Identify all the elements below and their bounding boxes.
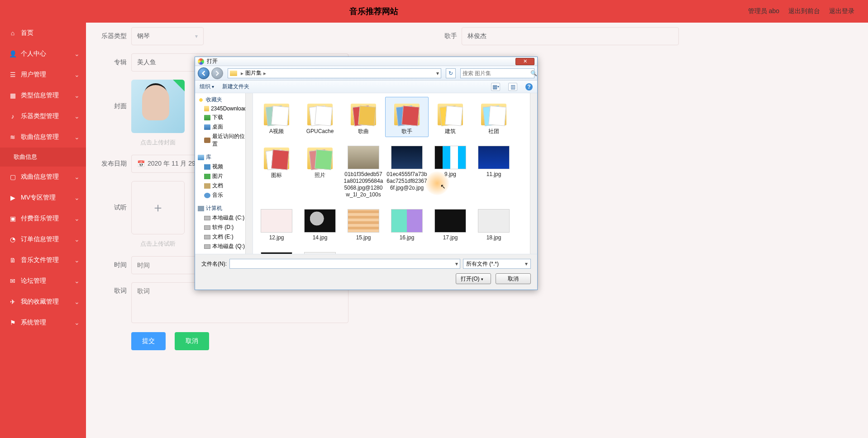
singer-input[interactable] [462,27,679,45]
label-album: 专辑 [100,58,127,67]
path-root[interactable]: 图片集 [245,69,262,77]
tree-item[interactable]: 软件 (D:) [195,223,253,232]
file-name: 歌曲 [358,128,369,135]
folder-item[interactable]: 歌曲 [342,97,385,137]
image-item[interactable]: 12.jpg [255,204,298,243]
tree-item[interactable]: 图片 [195,171,253,181]
image-item[interactable]: 17.jpg [429,204,472,243]
cover-thumbnail[interactable] [131,80,185,133]
folder-item[interactable]: 社团 [472,97,515,137]
to-frontend-link[interactable]: 退出到前台 [788,7,820,15]
tree-scrollbar[interactable] [245,93,253,254]
tree-item[interactable]: 本地磁盘 (C:) [195,213,253,223]
sidebar-item-flag[interactable]: ⚑ 系统管理⌄ [0,312,86,333]
file-name: 9.jpg [444,171,456,178]
refresh-button[interactable]: ↻ [446,68,456,78]
sidebar-item-forum[interactable]: ✉ 论坛管理⌄ [0,271,86,291]
path-separator: ▸ [241,70,243,76]
tree-group-head[interactable]: 库 [195,152,253,162]
image-thumbnail [478,209,510,233]
file-filter-value: 所有文件 (*.*) [466,260,499,268]
folder-item[interactable]: 歌手 [385,97,429,137]
filename-dropdown-icon[interactable]: ▾ [455,261,458,267]
sidebar-item-home[interactable]: ⌂ 首页 [0,23,86,43]
image-item[interactable]: 16.jpg [385,204,429,243]
sidebar-subitem[interactable]: 歌曲信息 [0,148,86,167]
organize-menu[interactable]: 组织 [200,83,214,90]
filename-input[interactable]: ▾ [229,259,460,269]
file-filter-select[interactable]: 所有文件 (*.*) ▾ [463,259,531,269]
image-item[interactable]: 18.jpg [472,204,515,243]
image-item[interactable] [298,247,342,254]
close-button[interactable]: ✕ [515,58,534,65]
tree-item[interactable]: 本地磁盘 (Q:) [195,242,253,251]
image-item[interactable]: 01ec4555f7a73b6ac7251df823676f.jpg@2o.jp… [385,141,429,200]
image-item[interactable]: 15.jpg [342,204,385,243]
sidebar-item-order[interactable]: ◔ 订单信息管理⌄ [0,229,86,250]
tree-item[interactable]: 文档 (E:) [195,232,253,242]
sidebar-item-opera[interactable]: ▢ 戏曲信息管理⌄ [0,167,86,187]
search-box[interactable]: 🔍 [460,68,534,78]
tree-item[interactable]: 下载 [195,113,253,122]
image-item[interactable]: 11.jpg [472,141,515,200]
dialog-titlebar[interactable]: 打开 ✕ [195,57,537,66]
filter-dropdown-icon[interactable]: ▾ [525,261,528,267]
sidebar-item-category[interactable]: ▦ 类型信息管理⌄ [0,85,86,106]
sidebar-item-instrument[interactable]: ♪ 乐器类型管理⌄ [0,106,86,127]
sidebar-item-song[interactable]: ≋ 歌曲信息管理⌄ [0,127,86,148]
sidebar-item-user[interactable]: 👤 个人中心⌄ [0,43,86,64]
folder-item[interactable]: 图标 [255,141,298,200]
tree-item[interactable]: 最近访问的位置 [195,132,253,149]
image-item[interactable]: 14.jpg [298,204,342,243]
folder-icon [433,99,467,126]
upload-audio-box[interactable]: ＋ [131,181,185,234]
folder-icon [230,71,237,76]
image-thumbnail [261,252,292,254]
image-item[interactable] [255,247,298,254]
instrument-select[interactable]: 钢琴 ▾ [131,27,204,45]
singer-field[interactable] [467,33,673,40]
tree-item[interactable]: 文档 [195,181,253,190]
image-thumbnail [434,209,466,233]
sidebar-item-file[interactable]: 🗎 音乐文件管理⌄ [0,250,86,271]
logout-link[interactable]: 退出登录 [829,7,854,15]
cancel-button[interactable]: 取消 [175,332,209,350]
folder-item[interactable]: 建筑 [429,97,472,137]
file-scrollbar[interactable] [530,93,537,254]
folder-tree[interactable]: 收藏夹2345Downloads下载桌面最近访问的位置库视频图片文档音乐计算机本… [195,93,253,254]
sidebar-item-users[interactable]: ☰ 用户管理⌄ [0,64,86,85]
submit-button[interactable]: 提交 [131,332,166,350]
path-bar[interactable]: ▸ 图片集 ▸ ▾ [228,68,441,78]
path-dropdown-icon[interactable]: ▾ [436,70,439,76]
sidebar-item-mv[interactable]: ▶ MV专区管理⌄ [0,187,86,208]
sidebar-item-star[interactable]: ✈ 我的收藏管理⌄ [0,291,86,312]
image-item[interactable]: 9.jpg [429,141,472,200]
folder-item[interactable]: A视频 [255,97,298,137]
file-list[interactable]: A视频 GPUCache 歌曲 歌手 建筑 社团 图标 照片 01b1f35de… [253,93,537,254]
dialog-open-button[interactable]: 打开(O) ▾ [456,273,491,284]
folder-item[interactable]: 照片 [298,141,342,200]
sidebar-item-paid[interactable]: ▣ 付费音乐管理⌄ [0,208,86,229]
preview-pane-button[interactable]: ▥ [508,83,517,91]
opera-icon: ▢ [9,173,16,181]
help-button[interactable]: ? [525,83,533,90]
admin-label[interactable]: 管理员 abo [748,7,779,15]
search-input[interactable] [463,70,530,76]
dialog-cancel-button[interactable]: 取消 [496,273,531,284]
back-button[interactable] [198,67,210,79]
view-mode-button[interactable]: ▦▾ [491,83,500,91]
new-folder-button[interactable]: 新建文件夹 [222,83,249,90]
tree-item[interactable]: 音乐 [195,190,253,200]
tree-item[interactable]: 2345Downloads [195,105,253,113]
folder-item[interactable]: GPUCache [298,97,342,137]
tree-item[interactable]: 视频 [195,162,253,171]
instrument-icon: ♪ [9,113,16,120]
instrument-value: 钢琴 [137,32,195,40]
tree-group-head[interactable]: 收藏夹 [195,95,253,105]
tree-group-head[interactable]: 计算机 [195,204,253,213]
tree-item[interactable]: 桌面 [195,122,253,132]
filename-field[interactable] [232,261,455,267]
users-icon: ☰ [9,71,16,78]
image-item[interactable]: 01b1f35dedb571a8012095684a5068.jpg@1280w… [342,141,385,200]
forward-button[interactable] [211,67,223,79]
